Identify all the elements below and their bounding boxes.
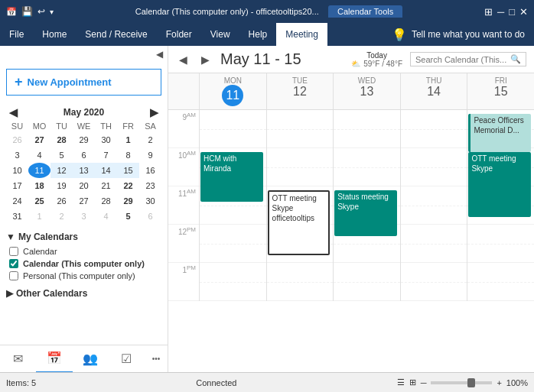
menu-send-receive[interactable]: Send / Receive [76,23,156,46]
calendar-checkbox-0[interactable] [9,247,18,256]
day-num: 15 [469,85,532,99]
mini-cal-day[interactable]: 2 [139,132,161,147]
calendar-event[interactable]: Status meeting Skype [334,190,397,236]
day-header-mon: MON11 [199,73,266,109]
mini-cal-day[interactable]: 10 [6,163,28,178]
mini-cal-day[interactable]: 5 [50,147,73,163]
nav-tasks[interactable]: ☑ [109,345,145,373]
time-slot-11: 11AM [168,186,199,225]
nav-mail[interactable]: ✉ [0,345,36,373]
search-calendar-input[interactable] [415,55,507,64]
quick-access-undo[interactable]: ↩ [37,6,45,17]
mini-cal-day[interactable]: 7 [95,147,117,163]
mini-cal-day[interactable]: 30 [95,132,117,147]
mini-cal-day[interactable]: 1 [28,209,50,224]
mini-cal-day[interactable]: 30 [139,193,161,209]
mini-cal-day[interactable]: 28 [50,132,73,147]
mini-cal-next[interactable]: ▶ [147,106,161,118]
calendar-grid: 9AM10AM11AM12PM1PMHCM with MirandaOTT me… [168,110,534,301]
mini-cal-prev[interactable]: ◀ [6,106,21,118]
calendar-item-1[interactable]: Calendar (This computer only) [6,258,161,270]
tell-me-bar[interactable]: 💡 Tell me what you want to do [383,28,534,42]
maximize-button[interactable]: □ [509,6,515,18]
my-calendars-header[interactable]: ▼ My Calendars [6,232,161,242]
mini-cal-day[interactable]: 6 [73,147,95,163]
mini-cal-day[interactable]: 3 [73,209,95,224]
menu-home[interactable]: Home [33,23,76,46]
mini-cal-day[interactable]: 29 [117,193,139,209]
mini-cal-day[interactable]: 9 [139,147,161,163]
mini-cal-day[interactable]: 6 [139,209,161,224]
window-title: Calendar (This computer only) - officeto… [54,7,484,16]
today-label: Today [366,51,387,60]
mini-cal-day[interactable]: 20 [73,178,95,193]
mini-cal-day[interactable]: 19 [50,178,73,193]
calendar-header: ◀ ▶ May 11 - 15 Today ⛅ 59°F / 48°F 🔍 [168,46,534,73]
mini-cal-day[interactable]: 16 [139,163,161,178]
window-grid-icon[interactable]: ⊞ [484,6,493,18]
calendar-event[interactable]: OTT meeting Skype [468,152,531,217]
mini-cal-day[interactable]: 26 [50,193,73,209]
mini-cal-day[interactable]: 18 [28,178,50,193]
calendar-event[interactable]: HCM with Miranda [200,152,263,202]
cal-next-btn[interactable]: ▶ [198,52,213,67]
menu-folder[interactable]: Folder [157,23,201,46]
other-calendars-header[interactable]: ▶ Other Calendars [6,288,161,299]
calendar-item-0[interactable]: Calendar [6,245,161,258]
day-name: WED [335,76,399,85]
menu-file[interactable]: File [0,23,33,46]
zoom-out-btn[interactable]: ─ [421,378,427,387]
mini-cal-day[interactable]: 2 [50,209,73,224]
mini-cal-day[interactable]: 23 [139,178,161,193]
minimize-button[interactable]: ─ [497,6,504,18]
close-button[interactable]: ✕ [519,6,528,18]
day-cell-fri-1 [467,263,534,301]
mini-cal-day[interactable]: 24 [6,193,28,209]
view-icon-list[interactable]: ☰ [397,377,405,387]
menu-help[interactable]: Help [239,23,277,46]
mini-cal-day[interactable]: 4 [95,209,117,224]
mini-cal-day[interactable]: 3 [6,147,28,163]
cal-prev-btn[interactable]: ◀ [176,52,190,67]
mini-cal-day[interactable]: 11 [28,163,50,178]
view-icon-grid[interactable]: ⊞ [409,377,416,387]
mini-cal-day[interactable]: 5 [117,209,139,224]
new-appointment-button[interactable]: + New Appointment [6,69,161,96]
mini-cal-day[interactable]: 1 [117,132,139,147]
calendar-checkbox-2[interactable] [9,271,18,280]
nav-more[interactable]: ••• [145,345,168,373]
mini-cal-day[interactable]: 25 [28,193,50,209]
mini-cal-day[interactable]: 4 [28,147,50,163]
sidebar-collapse-btn[interactable]: ◀ [155,47,164,61]
mini-cal-day[interactable]: 15 [117,163,139,178]
mini-cal-day[interactable]: 29 [73,132,95,147]
calendar-item-2[interactable]: Personal (This computer only) [6,270,161,282]
nav-people[interactable]: 👥 [73,345,109,373]
search-calendar-box[interactable]: 🔍 [410,52,526,66]
day-num: 14 [402,85,466,99]
mini-cal-day[interactable]: 27 [28,132,50,147]
mini-cal-day[interactable]: 17 [6,178,28,193]
mini-cal-day[interactable]: 31 [6,209,28,224]
quick-access-save[interactable]: 💾 [21,6,33,17]
mini-cal-day[interactable]: 28 [95,193,117,209]
zoom-slider[interactable] [431,381,492,384]
mini-cal-day[interactable]: 21 [95,178,117,193]
zoom-in-btn[interactable]: + [497,378,501,387]
mini-cal-day[interactable]: 12 [50,163,73,178]
day-cell-mon-9 [199,110,266,148]
mini-cal-day[interactable]: 26 [6,132,28,147]
mini-cal-day[interactable]: 14 [95,163,117,178]
calendar-event[interactable]: Peace Officers Memorial D... [468,114,531,152]
calendar-checkbox-1[interactable] [9,259,18,268]
day-cell-mon-12 [199,225,266,263]
mini-cal-day[interactable]: 22 [117,178,139,193]
mini-cal-day[interactable]: 13 [73,163,95,178]
nav-calendar[interactable]: 📅 [36,345,72,373]
menu-meeting[interactable]: Meeting [276,23,327,46]
mini-cal-day[interactable]: 8 [117,147,139,163]
menu-view[interactable]: View [201,23,239,46]
calendar-event[interactable]: OTT meeting Skype officetooltips [268,190,330,255]
mini-cal-day[interactable]: 27 [73,193,95,209]
calendar-grid-container[interactable]: 9AM10AM11AM12PM1PMHCM with MirandaOTT me… [168,110,534,372]
